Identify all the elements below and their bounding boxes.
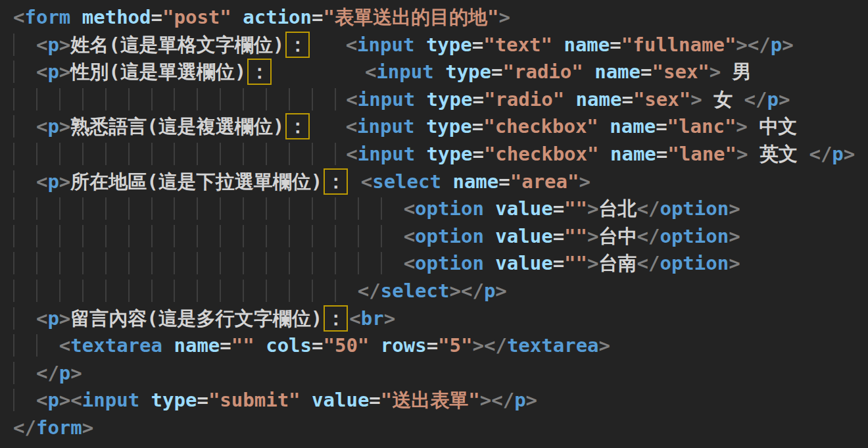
punctuation-token: > bbox=[579, 170, 591, 193]
code-editor[interactable]: <form method="post" action="表單送出的目的地"> <… bbox=[0, 0, 868, 447]
punctuation-token: > bbox=[82, 416, 93, 439]
attribute-name-token: method bbox=[82, 6, 151, 28]
attribute-name-token: type bbox=[151, 389, 197, 411]
attribute-name-token: cols bbox=[266, 334, 312, 357]
attribute-name-token: name bbox=[610, 115, 656, 137]
text-token: 英文 bbox=[748, 143, 809, 165]
string-token: "送出表單" bbox=[381, 389, 480, 411]
equals-token: = bbox=[220, 334, 231, 357]
text-token bbox=[231, 6, 243, 28]
text-token: 中文 bbox=[748, 115, 797, 137]
equals-token: = bbox=[656, 115, 667, 137]
attribute-name-token: type bbox=[445, 61, 491, 83]
unicode-highlight-box: ： bbox=[285, 32, 310, 58]
unicode-highlight-box: ： bbox=[247, 59, 272, 85]
equals-token: = bbox=[472, 115, 483, 137]
tag-name-token: p bbox=[47, 61, 59, 83]
text-token bbox=[415, 88, 426, 111]
punctuation-token: > bbox=[782, 34, 793, 56]
punctuation-token: </ bbox=[358, 280, 381, 302]
punctuation-token: > bbox=[710, 61, 721, 83]
indent-guides bbox=[13, 252, 404, 274]
equals-token: = bbox=[553, 252, 564, 274]
code-line-14: </p> bbox=[13, 360, 868, 387]
indent-guides bbox=[13, 225, 404, 247]
attribute-name-token: value bbox=[495, 225, 552, 247]
code-line-9: <option value="">台中</option> bbox=[13, 223, 868, 251]
tag-name-token: option bbox=[415, 225, 484, 247]
text-token: 女 bbox=[702, 88, 744, 111]
text-token bbox=[70, 6, 82, 28]
tag-name-token: p bbox=[832, 143, 843, 165]
text-token: 所在地區(這是下拉選單欄位) bbox=[70, 170, 322, 193]
punctuation-token: < bbox=[361, 170, 372, 193]
punctuation-token: < bbox=[70, 389, 82, 411]
text-token bbox=[484, 197, 495, 220]
equals-token: = bbox=[553, 197, 564, 220]
text-token bbox=[254, 334, 266, 357]
tag-name-token: p bbox=[47, 307, 59, 330]
tag-name-token: p bbox=[484, 280, 495, 302]
punctuation-token: > bbox=[729, 225, 740, 247]
punctuation-token: < bbox=[365, 61, 376, 83]
string-token: "sex" bbox=[633, 88, 690, 111]
tag-name-token: p bbox=[47, 115, 59, 137]
punctuation-token: < bbox=[36, 389, 47, 411]
string-token: "lanc" bbox=[667, 115, 736, 137]
punctuation-token: > bbox=[59, 170, 70, 193]
code-line-3: <p>性別(這是單選欄位)： <input type="radio" name=… bbox=[13, 59, 868, 86]
equals-token: = bbox=[369, 389, 380, 411]
code-line-1: <form method="post" action="表單送出的目的地"> bbox=[13, 4, 868, 32]
attribute-name-token: value bbox=[495, 197, 552, 220]
string-token: "" bbox=[564, 225, 587, 247]
tag-name-token: textarea bbox=[507, 334, 599, 357]
string-token: "表單送出的目的地" bbox=[323, 6, 498, 28]
indent-guides bbox=[13, 334, 59, 357]
string-token: "fullname" bbox=[621, 34, 736, 56]
attribute-name-token: type bbox=[426, 115, 472, 137]
tag-name-token: p bbox=[767, 88, 779, 111]
string-token: "5" bbox=[438, 334, 472, 357]
punctuation-token: > bbox=[599, 334, 610, 357]
text-token: 台北 bbox=[599, 197, 637, 220]
code-line-2: <p>姓名(這是單格文字欄位)： <input type="text" name… bbox=[13, 32, 868, 59]
tag-name-token: p bbox=[771, 34, 782, 56]
tag-name-token: p bbox=[47, 34, 59, 56]
punctuation-token: < bbox=[346, 88, 357, 111]
text-token bbox=[583, 61, 594, 83]
punctuation-token: > bbox=[449, 280, 460, 302]
code-line-8: <option value="">台北</option> bbox=[13, 195, 868, 223]
string-token: "" bbox=[564, 252, 587, 274]
equals-token: = bbox=[472, 34, 483, 56]
tag-name-token: p bbox=[47, 389, 59, 411]
text-token bbox=[552, 34, 564, 56]
punctuation-token: > bbox=[729, 197, 740, 220]
text-token bbox=[311, 34, 345, 56]
tag-name-token: option bbox=[660, 252, 729, 274]
indent-guides bbox=[13, 143, 346, 165]
punctuation-token: > bbox=[690, 88, 702, 111]
tag-name-token: input bbox=[357, 34, 414, 56]
tag-name-token: p bbox=[514, 389, 525, 411]
punctuation-token: </ bbox=[461, 280, 484, 302]
indent-guides bbox=[13, 88, 346, 111]
punctuation-token: > bbox=[736, 143, 748, 165]
code-line-13: <textarea name="" cols="50" rows="5"></t… bbox=[13, 332, 868, 360]
punctuation-token: > bbox=[729, 252, 740, 274]
attribute-name-token: type bbox=[426, 34, 472, 56]
attribute-name-token: value bbox=[495, 252, 552, 274]
punctuation-token: < bbox=[404, 225, 415, 247]
unicode-highlight-box: ： bbox=[324, 305, 348, 332]
string-token: "" bbox=[231, 334, 254, 357]
punctuation-token: < bbox=[59, 334, 70, 357]
punctuation-token: > bbox=[59, 115, 70, 137]
tag-name-token: input bbox=[357, 115, 414, 137]
text-token bbox=[414, 115, 425, 137]
equals-token: = bbox=[427, 334, 438, 357]
string-token: "submit" bbox=[208, 389, 301, 411]
text-token bbox=[441, 170, 452, 193]
punctuation-token: < bbox=[36, 170, 47, 193]
code-line-10: <option value="">台南</option> bbox=[13, 250, 868, 278]
punctuation-token: > bbox=[59, 34, 70, 56]
equals-token: = bbox=[553, 225, 564, 247]
